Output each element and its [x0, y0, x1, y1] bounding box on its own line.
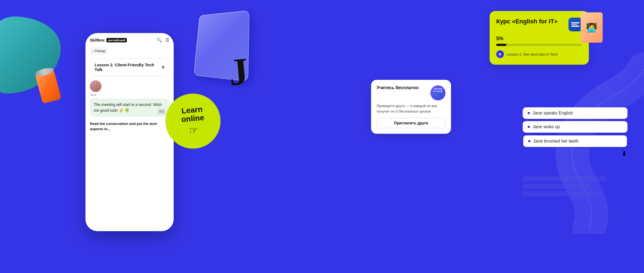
phone-logo: Skillbox английский: [90, 38, 127, 42]
skillbox-brand: Skillbox: [90, 38, 105, 42]
chat-text: The meeting will start in a second. Wish…: [94, 102, 162, 113]
search-icon[interactable]: 🔍: [157, 37, 162, 43]
read-text: Read the conversation and put the tech a…: [90, 122, 157, 131]
menu-icon[interactable]: ☰: [165, 37, 169, 43]
phone-header: Skillbox английский 🔍 ☰: [90, 37, 169, 43]
chevron-down-icon: ∨: [162, 65, 165, 70]
avatar: [90, 80, 101, 92]
back-button[interactable]: ‹ Назад: [90, 47, 108, 54]
lesson-title-box[interactable]: Lesson 2. Client-Friendly Tech Talk ∨: [90, 58, 169, 76]
blurred-row-1: [523, 176, 607, 181]
blurred-content-rows: [523, 176, 627, 199]
course-icon: [568, 18, 582, 31]
lesson-title: Lesson 2. Client-Friendly Tech Talk: [95, 62, 162, 72]
blurred-row-2: [523, 184, 591, 189]
study-free-card: Учитесь бесплатно sharing is caring 💙 Пр…: [371, 80, 451, 134]
phone-header-icons: 🔍 ☰: [157, 37, 169, 43]
cursor-icon: ⬇: [621, 150, 627, 158]
lesson-name: Lesson 2. Non-tech jobs in Tech: [507, 52, 558, 56]
course-thumbnail: 👩‍💻: [581, 12, 603, 43]
back-arrow-icon: ‹: [93, 49, 94, 53]
phone-mockup: Skillbox английский 🔍 ☰ ‹ Назад Lesson 2…: [85, 33, 174, 231]
course-card: Курс «English for IT» 5% Lesson 2. Non-t…: [490, 11, 589, 65]
play-button[interactable]: [496, 50, 504, 58]
learn-online-text: Learn online: [180, 105, 205, 124]
sharing-badge: sharing is caring 💙: [430, 85, 446, 100]
quiz-dot-2: [528, 126, 530, 128]
course-title: Курс «English for IT»: [496, 18, 557, 26]
stack-lines-icon: [569, 20, 582, 29]
blurred-row-3: [523, 192, 601, 196]
play-triangle-icon: [499, 53, 501, 56]
quiz-item-text-3: Jane brushed her teeth: [533, 139, 579, 144]
j-letter-decoration: J: [227, 49, 250, 94]
invite-friend-button[interactable]: Пригласить друга: [377, 118, 446, 128]
read-instructions: Read the conversation and put the tech a…: [90, 121, 169, 132]
study-free-description: Приведите друга — и каждый из вас получи…: [377, 103, 446, 114]
learn-line2: online: [181, 113, 205, 124]
quiz-item-1[interactable]: Jane speaks English: [523, 107, 627, 119]
course-card-header: Курс «English for IT»: [496, 18, 582, 31]
quiz-item-text-1: Jane speaks English: [533, 111, 573, 116]
progress-fill: [496, 44, 506, 46]
lesson-row[interactable]: Lesson 2. Non-tech jobs in Tech: [496, 50, 582, 58]
progress-bar: [496, 44, 582, 46]
avatar-section: Jane: [90, 80, 169, 96]
heart-icon: 💙: [435, 93, 441, 98]
quiz-panel: Jane speaks English Jane woke up Jane br…: [523, 107, 627, 150]
ru-badge: RU: [158, 109, 165, 114]
avatar-name: Jane: [90, 93, 96, 96]
progress-label: 5%: [496, 36, 582, 42]
quiz-dot-3: [528, 140, 530, 142]
quiz-item-3[interactable]: Jane brushed her teeth: [523, 135, 627, 148]
study-free-header: Учитесь бесплатно sharing is caring 💙: [377, 85, 446, 100]
back-label: Назад: [95, 49, 105, 53]
quiz-item-text-2: Jane woke up: [533, 124, 560, 129]
quiz-item-2[interactable]: Jane woke up: [523, 121, 627, 133]
language-badge: английский: [106, 38, 127, 42]
sharing-text-line1: sharing: [434, 88, 442, 90]
chat-bubble: The meeting will start in a second. Wish…: [90, 99, 169, 117]
study-free-title: Учитесь бесплатно: [377, 85, 418, 90]
quiz-dot-1: [528, 112, 530, 114]
sharing-text-line2: is caring: [433, 90, 442, 92]
hand-cursor-icon: ☞: [189, 124, 199, 136]
